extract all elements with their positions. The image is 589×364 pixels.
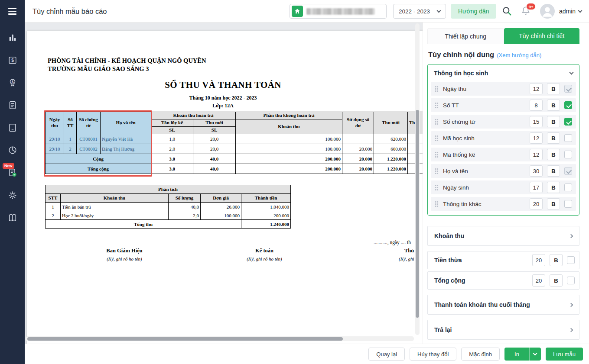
default-button[interactable]: Mặc định xyxy=(461,348,500,361)
header-cell: SL xyxy=(193,127,236,134)
visibility-checkbox[interactable] xyxy=(564,151,572,158)
sidebar-item-approval[interactable]: New xyxy=(0,168,25,177)
width-input[interactable] xyxy=(530,182,543,193)
cancel-changes-button[interactable]: Hủy thay đổi xyxy=(410,348,456,361)
view-guide-link[interactable]: (Xem hướng dẫn) xyxy=(497,52,541,58)
sidebar-item-dashboard[interactable] xyxy=(0,33,25,42)
cell: Học 2 buổi/ngày xyxy=(61,211,169,220)
drag-handle-icon[interactable] xyxy=(435,184,439,191)
drag-handle-icon[interactable] xyxy=(435,86,439,92)
section-thanh-toan[interactable]: Thanh toán khoản thu cuối tháng xyxy=(427,295,579,315)
visibility-checkbox[interactable] xyxy=(567,277,575,284)
header-cell: Sử dụng số dư xyxy=(342,112,374,134)
width-input[interactable] xyxy=(530,83,543,94)
search-button[interactable] xyxy=(501,6,513,19)
school-year-value: 2022 - 2023 xyxy=(399,8,430,15)
width-input[interactable] xyxy=(532,274,545,287)
bold-toggle[interactable]: B xyxy=(547,198,560,209)
settings-panel: Thiết lập chung Tùy chỉnh chi tiết Tùy c… xyxy=(423,23,589,344)
field-label: Họ và tên xyxy=(443,168,525,174)
field-row-so-tt: Số TT B xyxy=(431,98,576,112)
bold-toggle[interactable]: B xyxy=(547,83,560,94)
tab-detail-customization[interactable]: Tùy chỉnh chi tiết xyxy=(504,28,580,44)
drag-handle-icon[interactable] xyxy=(435,135,439,142)
sidebar-item-settings[interactable] xyxy=(0,190,25,200)
bold-toggle[interactable]: B xyxy=(547,165,560,177)
bold-toggle[interactable]: B xyxy=(550,254,563,266)
vertical-scrollbar-thumb[interactable] xyxy=(416,110,419,318)
header-cell: Tồn lũy kế xyxy=(151,119,193,127)
bold-toggle[interactable]: B xyxy=(547,100,560,111)
drag-handle-icon[interactable] xyxy=(435,102,439,109)
coin-medal-icon: $ xyxy=(8,78,17,87)
width-input[interactable] xyxy=(530,149,543,160)
visibility-checkbox[interactable] xyxy=(564,184,572,191)
bold-toggle[interactable]: B xyxy=(547,149,560,160)
back-button[interactable]: Quay lại xyxy=(368,348,405,361)
header-cell: Khoản thu xyxy=(236,119,342,134)
section-label: Khoản thu xyxy=(434,232,464,239)
horizontal-scrollbar-thumb[interactable] xyxy=(27,337,343,341)
print-button[interactable]: In xyxy=(504,348,529,361)
report-preview-page: PHÒNG TÀI CHÍNH - KẾ HOẠCH QUẬN NGÔ QUYỀ… xyxy=(27,31,423,344)
action-bar: Quay lại Hủy thay đổi Mặc định In Lưu mẫ… xyxy=(25,344,589,364)
bold-toggle[interactable]: B xyxy=(550,274,563,287)
width-input[interactable] xyxy=(532,254,545,266)
header-cell: Thu mới xyxy=(374,112,408,134)
cell: 40,0 xyxy=(193,154,236,164)
section-khoan-thu[interactable]: Khoản thu xyxy=(427,226,579,246)
cell: 1 xyxy=(64,134,77,144)
header-cell: SL xyxy=(151,127,193,134)
drag-handle-icon[interactable] xyxy=(435,151,439,158)
cell: 40,0 xyxy=(193,164,236,174)
gear-icon xyxy=(8,190,17,200)
signature-date-line: ..........., ngày .... th xyxy=(374,240,411,245)
cell: 1.240.000 xyxy=(241,220,291,229)
school-year-select[interactable]: 2022 - 2023 xyxy=(393,4,446,19)
width-input[interactable] xyxy=(530,116,543,127)
sidebar-item-reports[interactable] xyxy=(0,145,25,155)
width-input[interactable] xyxy=(530,198,543,209)
section-tra-lai[interactable]: Trả lại xyxy=(427,320,579,340)
header-cell: Số chứng từ xyxy=(77,112,101,134)
horizontal-scrollbar[interactable] xyxy=(26,336,414,341)
width-input[interactable] xyxy=(530,165,543,177)
drag-handle-icon[interactable] xyxy=(435,119,439,125)
visibility-checkbox[interactable] xyxy=(564,200,572,208)
width-input[interactable] xyxy=(530,132,543,144)
student-info-group: Thông tin học sinh Ngày thu B Số TT B Số… xyxy=(427,64,579,216)
vertical-scrollbar[interactable] xyxy=(415,23,420,335)
menu-toggle[interactable] xyxy=(0,0,25,23)
visibility-checkbox[interactable] xyxy=(567,256,575,264)
visibility-checkbox[interactable] xyxy=(564,118,572,126)
sidebar-item-documents[interactable] xyxy=(0,100,25,110)
school-selector[interactable] xyxy=(290,4,387,19)
notifications-button[interactable]: 9+ xyxy=(520,5,531,17)
visibility-checkbox[interactable] xyxy=(564,101,572,109)
cell: 1.040.000 xyxy=(241,203,291,211)
sidebar-item-collection[interactable]: $ xyxy=(0,78,25,87)
drag-handle-icon[interactable] xyxy=(435,168,439,174)
panel-heading-text: Tùy chỉnh nội dung xyxy=(428,51,494,58)
bold-toggle[interactable]: B xyxy=(547,116,560,127)
invoice-dollar-icon: $ xyxy=(8,55,17,65)
bold-toggle[interactable]: B xyxy=(547,132,560,144)
student-info-header[interactable]: Thông tin học sinh xyxy=(428,64,579,82)
guide-button[interactable]: Hướng dẫn xyxy=(451,4,496,19)
cell: 1.220.000 xyxy=(374,154,408,164)
print-dropdown-button[interactable] xyxy=(529,348,541,361)
sidebar-item-billing[interactable]: $ xyxy=(0,55,25,65)
width-input[interactable] xyxy=(530,100,543,111)
save-template-button[interactable]: Lưu mẫu xyxy=(546,348,583,361)
user-menu[interactable]: admin xyxy=(559,0,582,23)
sidebar-item-library[interactable] xyxy=(0,213,25,222)
visibility-checkbox[interactable] xyxy=(564,134,572,142)
cell: 2,0 xyxy=(169,211,201,220)
avatar[interactable] xyxy=(540,4,555,19)
tab-general-settings[interactable]: Thiết lập chung xyxy=(427,28,504,44)
sidebar-item-receipts[interactable] xyxy=(0,123,25,132)
drag-handle-icon[interactable] xyxy=(435,201,439,207)
section-label: Thanh toán khoản thu cuối tháng xyxy=(434,301,530,308)
cell: Tổng thu xyxy=(46,220,241,229)
bold-toggle[interactable]: B xyxy=(547,182,560,193)
